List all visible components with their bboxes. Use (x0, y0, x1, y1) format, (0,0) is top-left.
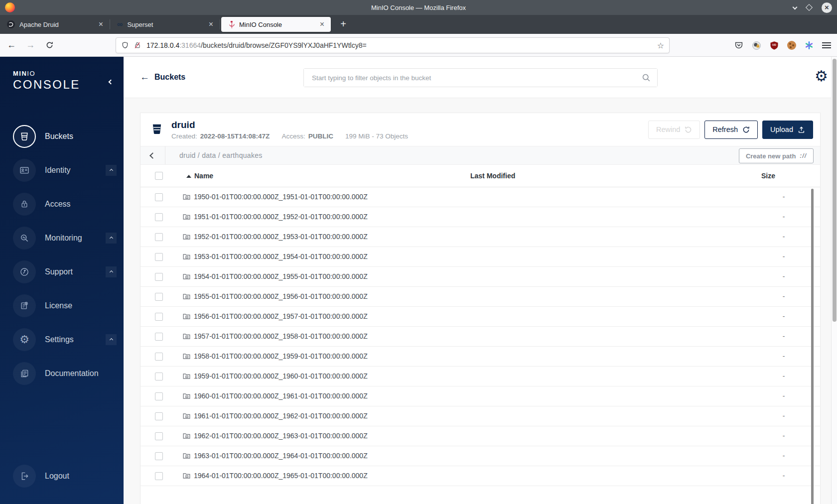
pocket-icon[interactable] (734, 41, 743, 50)
table-row[interactable]: 1960-01-01T00:00:00.000Z_1961-01-01T00:0… (140, 386, 820, 406)
row-checkbox[interactable] (155, 313, 163, 321)
tab-close-icon[interactable]: × (97, 20, 105, 29)
object-name[interactable]: 1964-01-01T00:00:00.000Z_1965-01-01T00:0… (194, 472, 368, 480)
tab-apache-druid[interactable]: Apache Druid × (0, 15, 110, 34)
object-name[interactable]: 1958-01-01T00:00:00.000Z_1959-01-01T00:0… (194, 352, 368, 360)
table-row[interactable]: 1952-01-01T00:00:00.000Z_1953-01-01T00:0… (140, 227, 820, 247)
sidebar-item-documentation[interactable]: Documentation (0, 357, 124, 390)
column-header-last-modified[interactable]: Last Modified (470, 172, 515, 180)
object-name[interactable]: 1960-01-01T00:00:00.000Z_1961-01-01T00:0… (194, 392, 368, 400)
chevron-up-icon[interactable] (106, 233, 117, 244)
chevron-up-icon[interactable] (106, 266, 117, 277)
sidebar-collapse-icon[interactable] (109, 77, 113, 86)
privacy-badge-icon[interactable] (752, 41, 761, 50)
table-row[interactable]: 1950-01-01T00:00:00.000Z_1951-01-01T00:0… (140, 187, 820, 207)
menu-icon[interactable] (822, 42, 831, 48)
row-checkbox[interactable] (155, 353, 163, 361)
table-row[interactable]: 1953-01-01T00:00:00.000Z_1954-01-01T00:0… (140, 247, 820, 267)
object-name[interactable]: 1963-01-01T00:00:00.000Z_1964-01-01T00:0… (194, 452, 368, 460)
window-close-button[interactable]: × (822, 2, 832, 13)
row-checkbox[interactable] (155, 273, 163, 281)
column-header-name[interactable]: Name (194, 172, 213, 180)
table-row[interactable]: 1951-01-01T00:00:00.000Z_1952-01-01T00:0… (140, 207, 820, 227)
sort-ascending-icon[interactable] (186, 175, 191, 178)
sidebar-item-monitoring[interactable]: Monitoring (0, 221, 124, 255)
table-row[interactable]: 1955-01-01T00:00:00.000Z_1956-01-01T00:0… (140, 287, 820, 307)
row-checkbox[interactable] (155, 452, 163, 460)
sidebar-item-logout[interactable]: Logout (0, 459, 124, 493)
table-row[interactable]: 1961-01-01T00:00:00.000Z_1962-01-01T00:0… (140, 406, 820, 426)
table-row[interactable]: 1964-01-01T00:00:00.000Z_1965-01-01T00:0… (140, 466, 820, 486)
sidebar-item-support[interactable]: Support (0, 255, 124, 289)
forward-button[interactable]: → (23, 38, 38, 53)
row-checkbox[interactable] (155, 293, 163, 301)
back-to-buckets-link[interactable]: ← Buckets (140, 72, 185, 83)
refresh-button[interactable]: Refresh (704, 121, 758, 139)
row-checkbox[interactable] (155, 432, 163, 440)
sidebar-item-identity[interactable]: Identity (0, 153, 124, 187)
object-name[interactable]: 1961-01-01T00:00:00.000Z_1962-01-01T00:0… (194, 412, 368, 420)
tracking-shield-icon[interactable] (121, 41, 129, 49)
sidebar-item-access[interactable]: Access (0, 187, 124, 221)
cookie-icon[interactable] (787, 41, 796, 50)
object-name[interactable]: 1962-01-01T00:00:00.000Z_1963-01-01T00:0… (194, 432, 368, 440)
row-checkbox[interactable] (155, 253, 163, 261)
sparkle-icon[interactable] (805, 41, 814, 50)
row-checkbox[interactable] (155, 193, 163, 201)
table-row[interactable]: 1959-01-01T00:00:00.000Z_1960-01-01T00:0… (140, 367, 820, 386)
object-name[interactable]: 1953-01-01T00:00:00.000Z_1954-01-01T00:0… (194, 252, 368, 260)
upload-button[interactable]: Upload (762, 121, 813, 139)
sidebar-item-settings[interactable]: ⚙ Settings (0, 323, 124, 357)
chevron-up-icon[interactable] (106, 334, 117, 345)
url-bar[interactable]: 172.18.0.4:31664/buckets/druid/browse/ZG… (116, 37, 670, 53)
breadcrumb[interactable]: druid / data / earthquakes (179, 151, 263, 159)
sidebar-item-buckets[interactable]: Buckets (0, 120, 124, 153)
object-name[interactable]: 1954-01-01T00:00:00.000Z_1955-01-01T00:0… (194, 272, 368, 280)
row-checkbox[interactable] (155, 392, 163, 400)
row-checkbox[interactable] (155, 213, 163, 221)
table-row[interactable]: 1962-01-01T00:00:00.000Z_1963-01-01T00:0… (140, 426, 820, 446)
object-name[interactable]: 1951-01-01T00:00:00.000Z_1952-01-01T00:0… (194, 213, 368, 221)
table-row[interactable]: 1963-01-01T00:00:00.000Z_1964-01-01T00:0… (140, 446, 820, 466)
row-checkbox[interactable] (155, 333, 163, 341)
row-checkbox[interactable] (155, 472, 163, 480)
select-all-checkbox[interactable] (155, 172, 163, 180)
window-maximize-button[interactable] (806, 4, 813, 11)
tab-superset[interactable]: ∞ Superset × (110, 15, 220, 34)
search-input[interactable] (304, 69, 657, 87)
table-row[interactable]: 1956-01-01T00:00:00.000Z_1957-01-01T00:0… (140, 307, 820, 327)
tab-close-icon[interactable]: × (318, 20, 326, 29)
object-name[interactable]: 1959-01-01T00:00:00.000Z_1960-01-01T00:0… (194, 372, 368, 380)
bookmark-star-icon[interactable]: ☆ (657, 41, 664, 50)
page-scrollbar[interactable] (831, 57, 837, 504)
object-size: - (761, 472, 806, 480)
table-row[interactable]: 1957-01-01T00:00:00.000Z_1958-01-01T00:0… (140, 327, 820, 347)
window-minimize-button[interactable] (793, 2, 797, 11)
back-button[interactable]: ← (4, 38, 19, 53)
tab-minio-console[interactable]: MinIO Console × (221, 17, 331, 32)
object-name[interactable]: 1952-01-01T00:00:00.000Z_1953-01-01T00:0… (194, 233, 368, 241)
path-back-button[interactable] (140, 146, 165, 164)
row-checkbox[interactable] (155, 373, 163, 380)
insecure-lock-icon[interactable] (134, 41, 141, 49)
page-scrollbar-thumb[interactable] (833, 59, 837, 322)
row-checkbox[interactable] (155, 412, 163, 420)
column-header-size[interactable]: Size (761, 172, 775, 180)
ublock-icon[interactable]: UO (770, 41, 779, 50)
sidebar-item-license[interactable]: License (0, 289, 124, 323)
reload-button[interactable] (42, 38, 57, 53)
rewind-button[interactable]: Rewind (648, 121, 700, 139)
row-checkbox[interactable] (155, 233, 163, 241)
chevron-up-icon[interactable] (106, 165, 117, 176)
console-settings-gear-icon[interactable]: ⚙ (815, 69, 828, 84)
table-row[interactable]: 1954-01-01T00:00:00.000Z_1955-01-01T00:0… (140, 267, 820, 287)
table-row[interactable]: 1958-01-01T00:00:00.000Z_1959-01-01T00:0… (140, 347, 820, 367)
object-name[interactable]: 1957-01-01T00:00:00.000Z_1958-01-01T00:0… (194, 332, 368, 340)
object-name[interactable]: 1956-01-01T00:00:00.000Z_1957-01-01T00:0… (194, 312, 368, 320)
tab-close-icon[interactable]: × (207, 20, 215, 29)
new-tab-button[interactable]: + (336, 17, 351, 32)
object-name[interactable]: 1950-01-01T00:00:00.000Z_1951-01-01T00:0… (194, 193, 368, 201)
create-new-path-button[interactable]: Create new path :// (739, 148, 814, 163)
table-scrollbar[interactable] (811, 189, 814, 504)
object-name[interactable]: 1955-01-01T00:00:00.000Z_1956-01-01T00:0… (194, 292, 368, 300)
